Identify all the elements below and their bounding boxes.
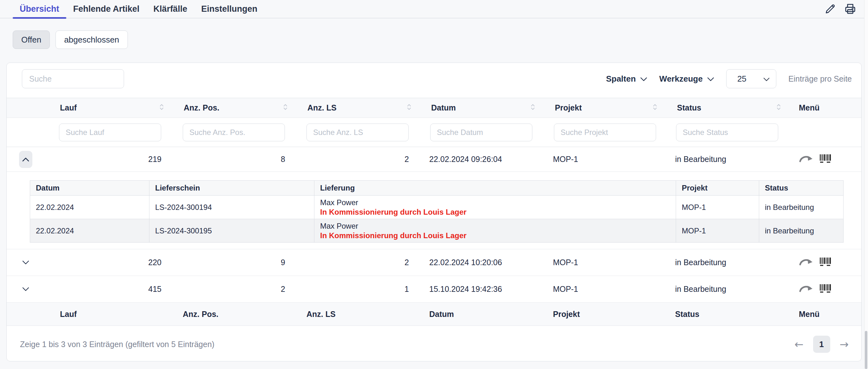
table-row: 220 9 2 22.02.2024 10:20:06 MOP-1 in Bea… [7,249,861,276]
table-header-row: Lauf Anz. Pos. Anz. LS Datum [7,98,861,118]
previous-page-arrow-icon[interactable]: ← [795,339,804,350]
detail-cell-lieferschein: LS-2024-300194 [149,196,314,219]
column-header-projekt[interactable]: Projekt [540,103,662,113]
search-input[interactable] [22,69,124,88]
filter-offen-button[interactable]: Offen [13,30,50,49]
cell-status: in Bearbeitung [662,285,785,294]
forward-arrow-icon[interactable] [798,283,813,296]
cell-anz-pos: 2 [168,285,292,294]
filter-input-datum[interactable] [430,123,532,141]
sort-icon[interactable] [776,103,781,113]
tab-klaerfaelle[interactable]: Klärfälle [147,0,194,18]
pencil-icon[interactable] [824,3,836,15]
filter-cell-status [662,123,785,141]
tab-fehlende-artikel[interactable]: Fehlende Artikel [66,0,147,18]
tools-dropdown[interactable]: Werkzeuge [659,74,714,84]
next-page-arrow-icon[interactable]: → [840,339,849,350]
status-filter-buttons: Offen abgeschlossen [13,30,128,49]
tab-einstellungen[interactable]: Einstellungen [194,0,264,18]
column-header-datum[interactable]: Datum [416,103,540,113]
delivery-picking-status: In Kommissionierung durch Louis Lager [320,208,670,217]
tools-dropdown-label: Werkzeuge [659,74,703,84]
row-detail-section: Datum Lieferschein Lieferung Projekt Sta… [7,172,861,249]
deliveries-header-row: Datum Lieferschein Lieferung Projekt Sta… [30,181,843,195]
delivery-row: 22.02.2024 LS-2024-300194 Max Power In K… [30,195,843,219]
chevron-down-icon [707,74,714,84]
pagination-info: Zeige 1 bis 3 von 3 Einträgen (gefiltert… [20,340,214,349]
sort-icon[interactable] [653,103,657,113]
cell-lauf: 415 [45,285,168,294]
cell-projekt: MOP-1 [540,285,662,294]
column-header-anz-ls[interactable]: Anz. LS [292,103,416,113]
collapse-row-button[interactable] [19,151,32,168]
column-filter-row [7,118,861,147]
column-header-anz-pos[interactable]: Anz. Pos. [168,103,292,113]
printer-icon[interactable] [844,3,857,15]
table-footer-header-row: Lauf Anz. Pos. Anz. LS Datum Projekt Sta… [7,303,861,326]
forward-arrow-icon[interactable] [798,153,813,166]
detail-cell-status: in Bearbeitung [759,196,844,219]
cell-anz-ls: 1 [292,285,416,294]
cell-lauf: 219 [45,155,168,164]
scrollbar-track[interactable] [864,0,868,369]
chevron-down-icon [640,74,647,84]
column-header-label: Lauf [60,103,77,112]
deliveries-table: Datum Lieferschein Lieferung Projekt Sta… [30,180,844,243]
delivery-row: 22.02.2024 LS-2024-300195 Max Power In K… [30,219,843,242]
filter-input-anz-pos[interactable] [183,123,285,141]
barcode-icon[interactable] [819,153,832,166]
column-header-status[interactable]: Status [662,103,785,113]
cell-projekt: MOP-1 [540,155,662,164]
filter-cell-anz-ls [292,123,416,141]
sort-icon[interactable] [407,103,411,113]
barcode-icon[interactable] [819,283,832,296]
table-toolbar: Spalten Werkzeuge 25 E [7,63,861,98]
page-number-button[interactable]: 1 [813,336,830,353]
cell-projekt: MOP-1 [540,258,662,267]
footer-header-projekt: Projekt [540,310,662,319]
detail-cell-lieferschein: LS-2024-300195 [149,219,314,242]
cell-datum: 22.02.2024 09:26:04 [416,155,540,164]
filter-input-status[interactable] [676,123,778,141]
page: Übersicht Fehlende Artikel Klärfälle Ein… [0,0,868,369]
column-header-label: Status [677,103,701,112]
cell-datum: 22.02.2024 10:20:06 [416,258,540,267]
page-size-value: 25 [737,74,746,84]
top-navigation: Übersicht Fehlende Artikel Klärfälle Ein… [0,0,868,19]
filter-input-lauf[interactable] [59,123,161,141]
expand-row-button[interactable] [19,281,32,298]
entries-per-page-label: Einträge pro Seite [788,74,852,84]
filter-abgeschlossen-button[interactable]: abgeschlossen [56,30,127,49]
delivery-picking-status: In Kommissionierung durch Louis Lager [320,231,670,240]
nav-action-icons [824,3,857,15]
chevron-down-icon [763,74,770,84]
detail-header-status: Status [759,181,844,195]
tab-uebersicht[interactable]: Übersicht [13,0,66,18]
column-header-lauf[interactable]: Lauf [45,103,168,113]
footer-header-status: Status [662,310,785,319]
scrollbar-thumb[interactable] [865,331,867,369]
delivery-recipient: Max Power [320,222,670,231]
filter-input-anz-ls[interactable] [307,123,409,141]
delivery-recipient: Max Power [320,198,670,207]
page-size-select[interactable]: 25 [726,69,776,88]
detail-cell-datum: 22.02.2024 [30,219,149,242]
sort-icon[interactable] [159,103,164,113]
cell-anz-pos: 9 [168,258,292,267]
sort-icon[interactable] [283,103,288,113]
cell-status: in Bearbeitung [662,155,785,164]
columns-dropdown[interactable]: Spalten [606,74,647,84]
expand-row-button[interactable] [19,254,32,271]
filter-input-projekt[interactable] [554,123,656,141]
overview-table-card: Spalten Werkzeuge 25 E [6,62,862,361]
footer-header-anz-ls: Anz. LS [292,310,416,319]
forward-arrow-icon[interactable] [798,256,813,269]
detail-cell-projekt: MOP-1 [676,196,759,219]
barcode-icon[interactable] [819,256,832,269]
detail-cell-projekt: MOP-1 [676,219,759,242]
sort-icon[interactable] [530,103,535,113]
column-header-menu: Menü [785,103,861,112]
nav-tabs: Übersicht Fehlende Artikel Klärfälle Ein… [13,0,264,18]
column-header-label: Projekt [555,103,582,112]
cell-menu [785,283,861,296]
